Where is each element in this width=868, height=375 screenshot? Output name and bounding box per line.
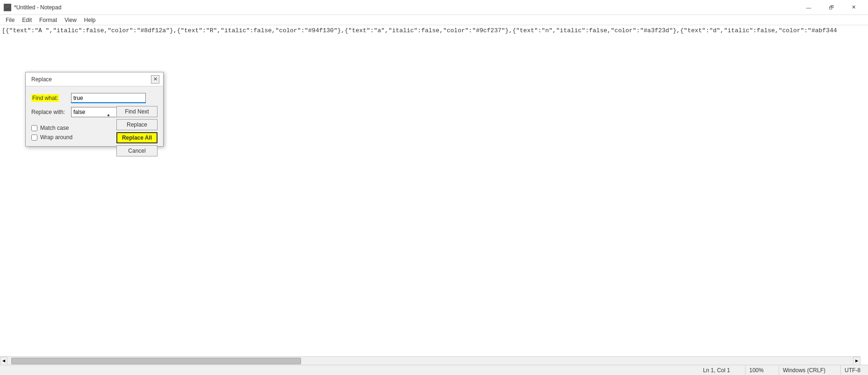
title-bar-controls: — 🗗 ✕: [798, 0, 864, 15]
horizontal-scrollbar[interactable]: ◀ ▶: [0, 356, 861, 365]
editor-area[interactable]: [{"text":"A ","italic":false,"color":"#8…: [0, 25, 868, 365]
find-next-button[interactable]: Find Next: [116, 106, 158, 117]
minimize-button[interactable]: —: [798, 0, 819, 15]
encoding: UTF-8: [840, 365, 864, 375]
menu-bar: File Edit Format View Help: [0, 15, 868, 25]
editor-text: [{"text":"A ","italic":false,"color":"#8…: [2, 27, 837, 34]
menu-help[interactable]: Help: [80, 16, 100, 24]
zoom-level: 100%: [745, 365, 768, 375]
scroll-right-arrow[interactable]: ▶: [853, 357, 861, 365]
maximize-button[interactable]: 🗗: [820, 0, 842, 15]
app-icon: [4, 4, 11, 11]
menu-format[interactable]: Format: [36, 16, 61, 24]
wrap-around-checkbox[interactable]: [31, 134, 37, 141]
dialog-close-button[interactable]: ✕: [151, 75, 159, 84]
title-bar-left: *Untitled - Notepad: [4, 4, 61, 11]
wrap-around-label: Wrap around: [40, 134, 72, 141]
find-what-row: Find what:: [31, 93, 112, 103]
match-case-label: Match case: [40, 125, 69, 131]
close-button[interactable]: ✕: [843, 0, 864, 15]
cancel-button[interactable]: Cancel: [116, 145, 158, 156]
dialog-title: Replace: [31, 76, 52, 83]
replace-button[interactable]: Replace: [116, 119, 158, 130]
replace-with-row: Replace with:: [31, 107, 112, 117]
replace-dialog: Replace ✕ Find what: Replace with:: [25, 72, 164, 147]
menu-view[interactable]: View: [61, 16, 80, 24]
match-case-checkbox[interactable]: [31, 125, 37, 131]
replace-all-button[interactable]: Replace All: [116, 132, 158, 143]
find-input-wrapper: [71, 93, 146, 103]
window-title: *Untitled - Notepad: [14, 4, 61, 11]
cursor-position: Ln 1, Col 1: [699, 365, 734, 375]
scrollbar-track[interactable]: [7, 357, 853, 365]
title-bar: *Untitled - Notepad — 🗗 ✕: [0, 0, 868, 15]
menu-file[interactable]: File: [2, 16, 18, 24]
find-what-input[interactable]: [71, 93, 146, 103]
replace-with-label: Replace with:: [31, 109, 71, 115]
scrollbar-thumb[interactable]: [11, 358, 301, 364]
dialog-title-bar: Replace ✕: [26, 72, 163, 86]
dialog-body: Find what: Replace with: Find Next: [26, 86, 163, 123]
scroll-left-arrow[interactable]: ◀: [0, 357, 7, 365]
find-what-label: Find what:: [31, 94, 71, 102]
status-bar: Ln 1, Col 1 100% Windows (CRLF) UTF-8: [0, 365, 868, 375]
line-ending: Windows (CRLF): [779, 365, 829, 375]
svg-rect-0: [5, 5, 10, 10]
menu-edit[interactable]: Edit: [18, 16, 36, 24]
dialog-buttons: Find Next Replace Replace All Cancel: [116, 106, 158, 156]
